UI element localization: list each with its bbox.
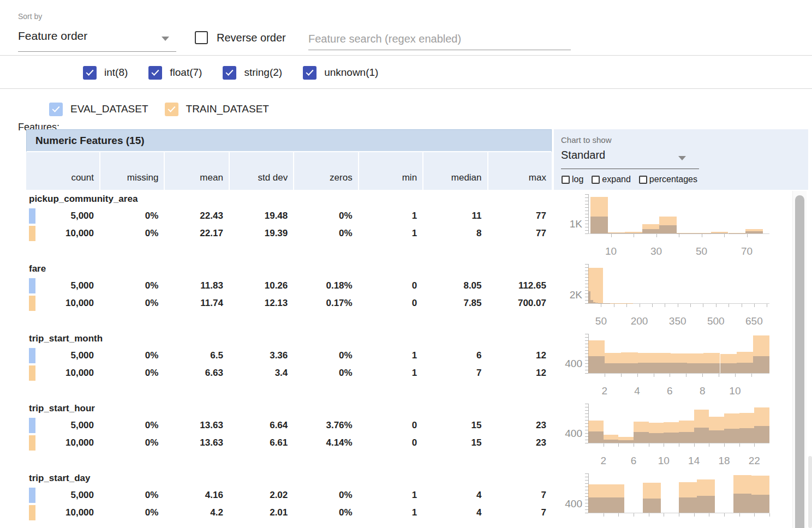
reverse-order-label: Reverse order: [217, 32, 286, 44]
feature-type-label: string(2): [244, 67, 282, 79]
stat-cell-median: 8: [422, 228, 487, 239]
feature-type-filter-string-2[interactable]: string(2): [223, 66, 282, 80]
column-header-min: min: [358, 152, 422, 190]
x-axis-tick: [678, 304, 678, 307]
stat-cell-std-dev: 19.48: [229, 211, 293, 221]
dataset-toggle-eval-dataset[interactable]: EVAL_DATASET: [49, 103, 148, 116]
stat-cell-missing: 0%: [99, 350, 164, 361]
y-axis-tick: [585, 230, 588, 231]
stat-cell-max: 23: [487, 420, 552, 431]
x-axis-tick: [634, 513, 634, 517]
histogram-fare: 2K50200350500650: [554, 260, 808, 329]
y-axis-tick: [585, 224, 588, 224]
y-axis-label: 400: [556, 428, 582, 440]
x-axis-tick: [694, 513, 695, 517]
x-axis-tick: [724, 443, 725, 447]
y-axis-tick: [585, 407, 588, 407]
x-axis-tick: [637, 374, 638, 377]
feature-search-input[interactable]: [308, 28, 571, 50]
stat-cell-max: 23: [487, 437, 552, 448]
stat-cell-zeros: 4.14%: [293, 437, 357, 448]
stat-cell-median: 15: [422, 420, 487, 431]
y-axis-tick: [585, 413, 588, 414]
checkbox-unchecked-icon[interactable]: [562, 176, 570, 184]
y-axis-tick: [585, 220, 588, 221]
x-axis-label: 8: [686, 385, 719, 397]
histogram-bar: [590, 217, 608, 233]
stat-cell-count: 5,000: [35, 490, 99, 501]
x-axis-label: 6: [653, 385, 686, 397]
histogram-bar: [733, 494, 751, 513]
x-axis-tick: [716, 304, 717, 307]
chevron-down-icon[interactable]: [162, 37, 169, 41]
stat-row-eval-dataset: 5,0000%22.4319.480%11177: [26, 207, 552, 225]
chart-option-log[interactable]: log: [562, 175, 583, 184]
x-axis-tick: [634, 443, 634, 447]
feature-type-filter-float-7[interactable]: float(7): [148, 66, 202, 80]
chart-scrollbar-track[interactable]: [792, 191, 807, 528]
feature-type-filter-unknown-1[interactable]: unknown(1): [303, 66, 378, 80]
feature-name: fare: [29, 262, 552, 277]
histogram-bar: [709, 430, 724, 443]
checkbox-unchecked-icon[interactable]: [592, 176, 600, 184]
chevron-down-icon[interactable]: [678, 156, 686, 160]
y-axis-label: 1K: [556, 218, 582, 230]
stat-cell-median: 6: [422, 350, 487, 361]
chart-option-percentages[interactable]: percentages: [639, 175, 697, 184]
checkmark-icon: [52, 104, 60, 112]
y-axis-tick: [585, 410, 588, 411]
feature-name: trip_start_month: [29, 332, 552, 347]
checkbox-checked-icon[interactable]: [49, 103, 63, 116]
x-axis-label: 18: [708, 455, 741, 467]
x-axis-tick: [742, 304, 742, 307]
chart-scrollbar-thumb[interactable]: [795, 195, 804, 528]
checkmark-icon: [168, 104, 175, 112]
feature-block-trip-start-day: trip_start_day5,0000%4.162.020%14710,000…: [26, 469, 552, 528]
x-axis-tick: [664, 443, 664, 447]
checkbox-checked-icon[interactable]: [223, 66, 236, 80]
histogram-bar: [621, 363, 637, 373]
dataset-toggle-train-dataset[interactable]: TRAIN_DATASET: [165, 103, 269, 116]
x-axis-tick: [614, 304, 614, 307]
stat-cell-max: 12: [487, 368, 552, 379]
checkbox-checked-icon[interactable]: [165, 103, 178, 116]
x-axis-label: 10: [719, 385, 751, 397]
chart-type-dropdown[interactable]: Standard: [561, 149, 605, 161]
stat-cell-mean: 22.43: [164, 211, 228, 221]
stat-cell-zeros: 0.17%: [293, 298, 357, 309]
feature-type-filter-int-8[interactable]: int(8): [83, 66, 128, 80]
checkmark-icon: [86, 68, 94, 75]
x-axis-label: 50: [584, 315, 617, 327]
stat-cell-zeros: 0.18%: [293, 280, 357, 291]
stat-cell-mean: 13.63: [164, 437, 228, 448]
stat-cell-mean: 6.63: [164, 368, 228, 379]
y-axis-tick: [585, 473, 588, 474]
stat-cell-median: 7: [422, 368, 487, 379]
checkbox-checked-icon[interactable]: [148, 66, 162, 80]
stat-cell-zeros: 0%: [293, 368, 357, 379]
checkbox-unchecked-icon[interactable]: [639, 176, 647, 184]
x-axis-tick: [754, 513, 755, 517]
checkbox-checked-icon[interactable]: [83, 66, 97, 80]
sort-by-dropdown[interactable]: Feature order: [18, 29, 87, 43]
histogram-bar: [588, 356, 605, 374]
stat-cell-median: 8.05: [422, 280, 487, 291]
x-axis-tick: [649, 443, 649, 447]
reverse-order-checkbox[interactable]: [195, 31, 208, 44]
x-axis-tick: [604, 513, 604, 517]
x-axis-label: 200: [623, 315, 656, 327]
x-axis-tick: [729, 304, 729, 307]
stat-cell-min: 0: [358, 420, 422, 431]
x-axis-tick: [719, 374, 719, 377]
stat-cell-zeros: 0%: [293, 490, 357, 501]
page-scrollbar-thumb[interactable]: [808, 456, 812, 528]
histogram-bar: [606, 497, 624, 513]
stat-cell-mean: 4.16: [164, 490, 228, 501]
checkbox-checked-icon[interactable]: [303, 66, 317, 80]
chart-option-expand[interactable]: expand: [592, 175, 631, 184]
x-axis-tick: [735, 374, 736, 377]
dataset-color-chip: [29, 435, 35, 451]
sort-by-label: Sort by: [18, 12, 42, 21]
stat-cell-std-dev: 3.36: [229, 350, 293, 361]
stat-cell-mean: 13.63: [164, 420, 228, 431]
